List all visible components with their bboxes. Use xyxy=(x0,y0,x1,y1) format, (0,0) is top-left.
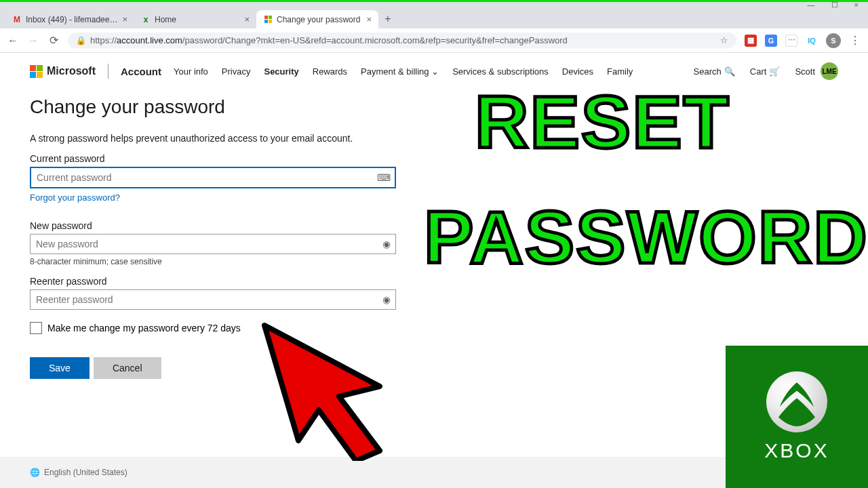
close-icon[interactable]: × xyxy=(122,14,127,24)
extension-icon[interactable]: ▦ xyxy=(745,35,757,47)
new-password-label: New password xyxy=(30,220,404,231)
gmail-icon: M xyxy=(12,15,22,24)
new-tab-button[interactable]: + xyxy=(378,9,397,28)
brand-text: Microsoft xyxy=(47,65,96,77)
omnibar: ← → ⟳ 🔒 https://account.live.com/passwor… xyxy=(0,28,868,53)
page-title: Change your password xyxy=(30,96,404,118)
svg-marker-0 xyxy=(264,325,380,461)
address-bar[interactable]: 🔒 https://account.live.com/password/Chan… xyxy=(68,33,736,48)
star-icon[interactable]: ☆ xyxy=(720,35,728,45)
change-every-72-checkbox[interactable] xyxy=(30,322,42,334)
user-avatar-icon: LME xyxy=(821,62,838,80)
browser-chrome: — ☐ × M Inbox (449) - lifemadeeasy10@g ×… xyxy=(0,0,868,28)
user-menu[interactable]: Scott LME xyxy=(795,62,838,80)
site-header: Microsoft Account Your info Privacy Secu… xyxy=(0,53,868,89)
overlay-reset-text: RESET xyxy=(475,88,730,155)
forward-button[interactable]: → xyxy=(27,35,39,47)
close-icon[interactable]: × xyxy=(244,14,250,24)
nav-your-info[interactable]: Your info xyxy=(174,66,208,77)
search-icon: 🔍 xyxy=(724,66,735,77)
extension-icon[interactable]: G xyxy=(765,35,777,47)
globe-icon: 🌐 xyxy=(30,468,40,477)
current-password-label: Current password xyxy=(30,153,404,164)
nav-services[interactable]: Services & subscriptions xyxy=(452,66,549,77)
divider xyxy=(108,64,108,79)
reenter-password-label: Reenter password xyxy=(30,276,404,287)
back-button[interactable]: ← xyxy=(7,35,19,47)
nav-devices[interactable]: Devices xyxy=(562,66,593,77)
checkbox-label: Make me change my password every 72 days xyxy=(47,323,241,333)
tab-title: Home xyxy=(155,15,240,24)
xbox-sphere-icon xyxy=(766,371,827,432)
tab-inbox[interactable]: M Inbox (449) - lifemadeeasy10@g × xyxy=(5,10,134,28)
nav-rewards[interactable]: Rewards xyxy=(313,66,347,77)
account-label[interactable]: Account xyxy=(121,66,161,77)
lock-icon: 🔒 xyxy=(76,36,86,45)
menu-icon[interactable]: ⋮ xyxy=(849,35,861,47)
save-button[interactable]: Save xyxy=(30,357,90,379)
microsoft-icon xyxy=(30,65,43,78)
nav-security[interactable]: Security xyxy=(264,66,298,77)
close-icon[interactable]: × xyxy=(366,14,372,24)
current-password-input[interactable] xyxy=(30,167,396,188)
cancel-button[interactable]: Cancel xyxy=(94,357,161,379)
xbox-icon: x xyxy=(141,15,151,24)
new-password-input[interactable] xyxy=(30,234,396,254)
cart-button[interactable]: Cart 🛒 xyxy=(750,66,781,77)
tab-title: Change your password xyxy=(277,15,362,24)
helper-text: A strong password helps prevent unauthor… xyxy=(30,133,404,144)
arrow-overlay-icon xyxy=(244,305,400,461)
nav-payment[interactable]: Payment & billing ⌄ xyxy=(361,66,439,77)
microsoft-logo[interactable]: Microsoft xyxy=(30,65,96,78)
cart-icon: 🛒 xyxy=(769,66,780,77)
language-selector[interactable]: 🌐 English (United States) xyxy=(30,468,127,477)
profile-avatar[interactable]: S xyxy=(826,33,841,48)
tab-home[interactable]: x Home × xyxy=(134,10,256,28)
xbox-text: XBOX xyxy=(764,439,829,462)
tab-change-password[interactable]: Change your password × xyxy=(256,10,378,28)
user-name: Scott xyxy=(795,66,815,77)
search-button[interactable]: Search 🔍 xyxy=(694,66,735,77)
xbox-badge: XBOX xyxy=(726,346,868,488)
microsoft-icon xyxy=(263,15,273,24)
password-hint: 8-character minimum; case sensitive xyxy=(30,257,404,266)
forgot-password-link[interactable]: Forgot your password? xyxy=(30,192,120,203)
nav-family[interactable]: Family xyxy=(607,66,633,77)
extension-icon[interactable]: ⋯ xyxy=(785,35,797,47)
reload-button[interactable]: ⟳ xyxy=(47,35,60,47)
url-text: https://account.live.com/password/Change… xyxy=(90,35,716,45)
tab-strip: M Inbox (449) - lifemadeeasy10@g × x Hom… xyxy=(0,8,868,28)
nav-privacy[interactable]: Privacy xyxy=(222,66,251,77)
tab-title: Inbox (449) - lifemadeeasy10@g xyxy=(26,15,118,24)
overlay-password-text: PASSWORD xyxy=(424,203,868,270)
nav-links: Your info Privacy Security Rewards Payme… xyxy=(174,66,633,77)
extension-iq-icon[interactable]: IQ xyxy=(806,35,818,47)
